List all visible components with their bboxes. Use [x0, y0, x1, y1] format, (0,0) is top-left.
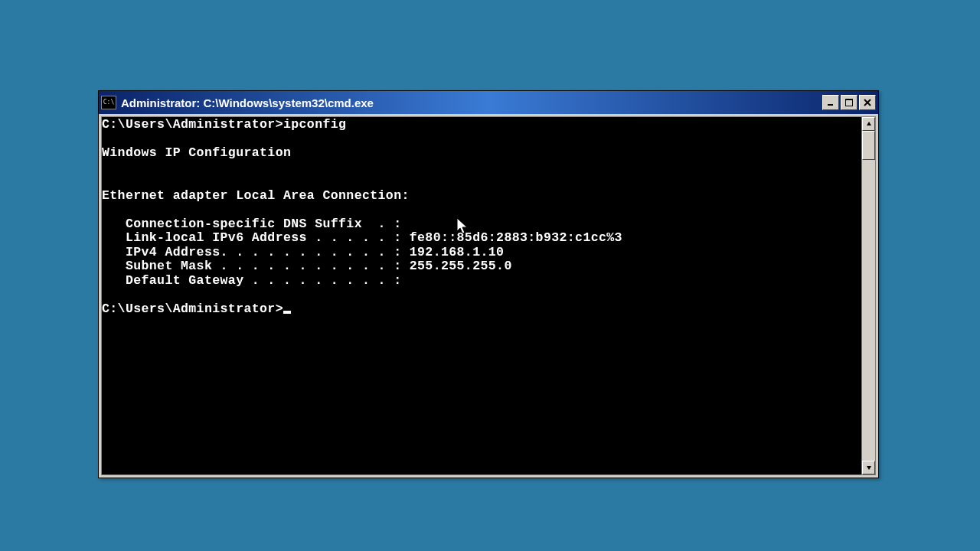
output-line: Subnet Mask . . . . . . . . . . . : 255.… [102, 259, 512, 273]
prompt-line: C:\Users\Administrator> [102, 117, 283, 132]
scroll-thumb[interactable] [862, 131, 875, 160]
output-line: Link-local IPv6 Address . . . . . : fe80… [102, 230, 622, 245]
svg-line-3 [864, 99, 871, 106]
svg-marker-5 [867, 122, 871, 126]
command-text: ipconfig [283, 117, 346, 132]
scroll-down-button[interactable] [862, 461, 875, 474]
svg-rect-1 [846, 99, 853, 106]
cursor [283, 311, 291, 314]
minimize-button[interactable] [822, 95, 839, 110]
scroll-up-button[interactable] [862, 117, 875, 131]
svg-line-4 [864, 99, 871, 106]
window-frame: C:\Users\Administrator>ipconfig Windows … [99, 114, 878, 478]
console-output[interactable]: C:\Users\Administrator>ipconfig Windows … [102, 117, 861, 474]
output-line: Windows IP Configuration [102, 145, 291, 160]
cmd-window: Administrator: C:\Windows\system32\cmd.e… [98, 90, 879, 478]
svg-rect-2 [845, 99, 853, 100]
output-line: Connection-specific DNS Suffix . : [102, 217, 401, 231]
titlebar[interactable]: Administrator: C:\Windows\system32\cmd.e… [99, 91, 878, 114]
scrollbar[interactable] [861, 117, 875, 474]
svg-marker-6 [867, 466, 871, 470]
close-button[interactable] [859, 95, 876, 110]
output-line: Ethernet adapter Local Area Connection: [102, 188, 410, 203]
svg-rect-0 [828, 104, 833, 106]
window-title: Administrator: C:\Windows\system32\cmd.e… [121, 96, 822, 109]
output-line: IPv4 Address. . . . . . . . . . . : 192.… [102, 245, 504, 259]
window-controls [822, 95, 876, 110]
prompt-line: C:\Users\Administrator> [102, 302, 283, 316]
scroll-track[interactable] [862, 131, 875, 461]
output-line: Default Gateway . . . . . . . . . : [102, 273, 401, 288]
maximize-button[interactable] [841, 95, 858, 110]
console-wrap: C:\Users\Administrator>ipconfig Windows … [101, 116, 876, 475]
cmd-icon [101, 96, 116, 109]
